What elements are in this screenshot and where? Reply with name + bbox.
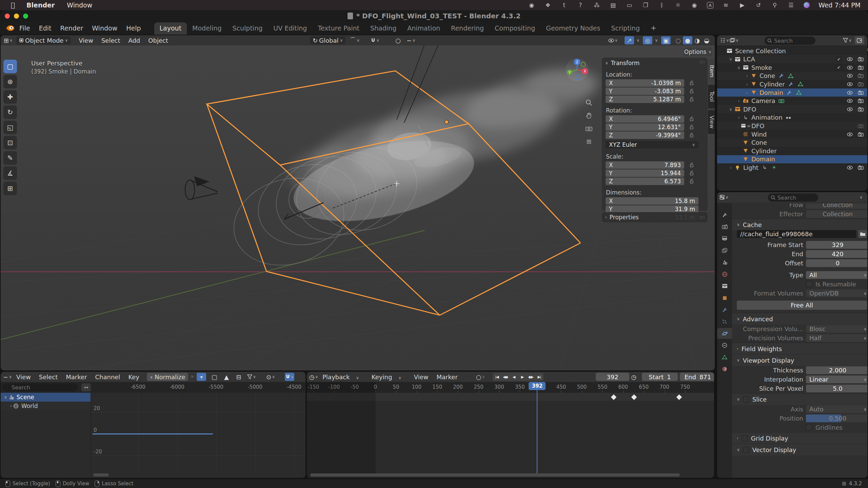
snap-magnet-button[interactable]: ∨	[370, 36, 380, 44]
check-toggle[interactable]: ✓	[834, 65, 843, 70]
widget-prop-axis[interactable]: Auto∨	[806, 405, 867, 413]
graph-filter-button[interactable]: ∨	[247, 373, 256, 381]
expand-icon[interactable]: ›	[744, 90, 750, 95]
control-center-icon[interactable]: ☰	[787, 2, 795, 8]
camera-dim-toggle[interactable]	[856, 124, 865, 128]
properties-tab-constraints[interactable]	[717, 340, 732, 351]
outliner-item-label[interactable]: Light	[743, 164, 758, 171]
viewport-3d[interactable]: ⊞∨ Object Mode∨ ViewSelectAddObject ↻Glo…	[1, 35, 715, 370]
outliner-row-light[interactable]: ›Light↳☀	[717, 163, 867, 171]
eye-toggle[interactable]	[845, 57, 854, 61]
dropbox-icon[interactable]: ❖	[544, 2, 552, 8]
timeline-marker-menu[interactable]: Marker	[433, 372, 462, 382]
outliner-row-dfo[interactable]: ∨DFO	[717, 105, 867, 113]
help-icon[interactable]: ?	[577, 2, 584, 8]
options-button[interactable]: Options∨	[684, 47, 712, 56]
gizmos-toggle[interactable]: ↗	[625, 36, 634, 44]
camera-toggle[interactable]	[856, 65, 865, 70]
workspace-tab-shading[interactable]: Shading	[365, 22, 402, 35]
outliner-row-camera[interactable]: ›Camera	[717, 97, 867, 105]
expand-icon[interactable]: ›	[728, 165, 733, 170]
channel-world[interactable]: ›World	[1, 402, 100, 410]
rotation-z-field[interactable]: Z-9.3994°	[606, 131, 684, 139]
spotlight-icon[interactable]: ⚲	[771, 2, 778, 8]
lock-icon[interactable]	[689, 178, 695, 184]
properties-editor-type[interactable]: ∨	[719, 193, 729, 201]
properties-tab-object-data[interactable]	[717, 352, 732, 363]
transform-orientation[interactable]: ↻Global∨	[310, 36, 346, 44]
scale-y-field[interactable]: Y15.944	[606, 169, 684, 177]
window-menu[interactable]: Window	[67, 1, 92, 9]
workspace-tab-modeling[interactable]: Modeling	[187, 22, 227, 35]
location-z-field[interactable]: Z5.1287 m	[606, 96, 684, 103]
overlays-dropdown[interactable]: ∨	[654, 36, 659, 44]
play-reverse-button[interactable]: ◀	[510, 373, 518, 381]
workspace-tab-layout[interactable]: Layout	[154, 22, 187, 35]
lock-icon[interactable]	[689, 124, 695, 130]
select-box-tool[interactable]: ▢	[3, 60, 17, 73]
outliner-item-label[interactable]: Domain	[751, 156, 775, 163]
widget-prop-compression-volu-[interactable]: Blosc∨	[806, 325, 867, 333]
new-collection-button[interactable]	[855, 36, 864, 44]
outliner-search[interactable]	[765, 37, 815, 45]
widget-prop-effector[interactable]: Collection	[806, 210, 867, 218]
widget-prop-interpolation[interactable]: Linear∨	[806, 375, 867, 383]
widget-prop-frame-start[interactable]: 329	[806, 241, 867, 249]
graph-editor-type[interactable]: ∼∨	[3, 373, 12, 381]
outliner-item-label[interactable]: Cone	[760, 72, 775, 79]
playhead[interactable]: 392	[537, 389, 537, 476]
eye-toggle[interactable]	[845, 99, 854, 103]
keyframe-diamond[interactable]	[631, 394, 638, 401]
properties-tab-object[interactable]	[717, 292, 732, 303]
checkbox-prop-is-resumable[interactable]	[806, 281, 812, 287]
section-prop-advanced[interactable]: ∨Advanced	[732, 313, 867, 325]
snap-target-button[interactable]: ⌒∨	[350, 36, 360, 44]
pivot-point-button[interactable]: ⊙∨	[266, 373, 275, 381]
expand-icon[interactable]: ›	[10, 404, 12, 408]
blender-logo-icon[interactable]	[5, 24, 15, 32]
stage-manager-icon[interactable]: ▤	[609, 2, 617, 8]
free-all-button[interactable]: Free All	[737, 301, 867, 310]
jump-to-start-button[interactable]: |◀	[493, 373, 501, 381]
outliner-row-cone[interactable]: ›Cone	[717, 72, 867, 80]
npanel-tab-view[interactable]: View	[708, 110, 715, 134]
camera-toggle[interactable]	[856, 165, 865, 170]
outliner-row-smoke[interactable]: ∨Smoke✓	[717, 63, 867, 72]
graph-marker-menu[interactable]: Marker	[62, 372, 91, 382]
outliner-item-label[interactable]: DFO	[751, 122, 764, 129]
workspace-tab-compositing[interactable]: Compositing	[489, 22, 540, 35]
frame-start-field[interactable]: Start1	[642, 373, 678, 381]
frame-end-field[interactable]: End871	[680, 373, 714, 381]
graph-view-menu[interactable]: View	[12, 372, 35, 382]
properties-tab-render[interactable]	[717, 221, 732, 232]
app-menu[interactable]: Blender	[26, 1, 55, 9]
render-menu[interactable]: Render	[56, 23, 88, 33]
section-checkbox[interactable]	[743, 396, 749, 403]
section-prop-viewport-display[interactable]: ∨Viewport Display	[732, 354, 867, 366]
shading-solid-button[interactable]: ●	[683, 36, 692, 44]
outliner-row-dfo[interactable]: ∞DFO	[717, 122, 867, 130]
graph-snap-button[interactable]: ∨	[285, 373, 294, 381]
outliner-row-wind[interactable]: Wind	[717, 130, 867, 138]
scale-tool[interactable]: ◱	[3, 121, 17, 134]
eye-toggle[interactable]	[845, 166, 854, 169]
expand-icon[interactable]: ›	[744, 73, 750, 78]
widget-prop-slice-per-voxel[interactable]: 5.0	[806, 385, 867, 392]
outliner-item-label[interactable]: Camera	[751, 97, 775, 104]
properties-tab-modifiers[interactable]	[717, 304, 732, 315]
eye-toggle[interactable]	[845, 107, 854, 111]
fcurve-line[interactable]	[93, 433, 213, 434]
playhead-frame-label[interactable]: 392	[529, 382, 546, 390]
keyframe-diamond[interactable]	[676, 394, 683, 401]
outliner-item-label[interactable]: Smoke	[751, 64, 772, 71]
npanel-tab-item[interactable]: Item	[708, 59, 715, 83]
channel-search-input[interactable]	[2, 383, 78, 391]
outliner-item-label[interactable]: Cylinder	[751, 147, 777, 155]
section-checkbox[interactable]	[742, 435, 748, 442]
section-prop-field-weights[interactable]: ›Field Weights	[732, 343, 867, 354]
outliner-search-input[interactable]	[765, 37, 815, 45]
shading-wireframe-button[interactable]: ◌	[673, 36, 683, 44]
graph-plot-area[interactable]: 200-20	[91, 393, 305, 473]
eye-toggle[interactable]	[845, 82, 854, 86]
properties-tab-world[interactable]	[717, 269, 732, 280]
